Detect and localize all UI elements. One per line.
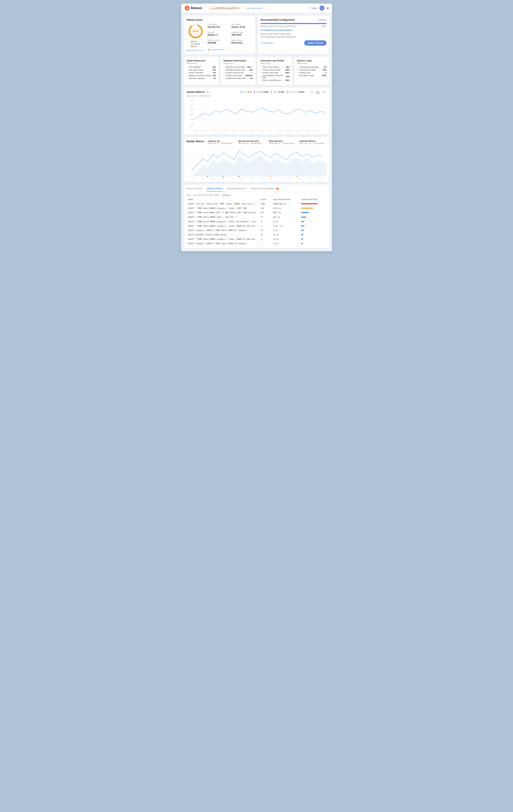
load-cell [300,237,326,241]
count-cell: 3 [260,220,272,224]
svg-text:4: 4 [189,164,190,166]
iops-value: 0.3/0.5 [298,91,304,93]
svg-point-34 [296,176,297,177]
query-analytics-table: Query Count ↕ Avg. Execution Time ↕ Load… [187,198,326,246]
query-cell: SELECT DISTINCT category FROM table1; [187,233,260,237]
x-label: 14:00 [213,130,216,132]
avg-label: Average [193,43,200,45]
time-filters: 1D 1W 1M [309,90,326,93]
table-row: SELECT * FROM table1 WHERE category = 'b… [187,220,326,224]
avg-time-cell: 3, ms [272,241,300,246]
add-server-button[interactable]: + Add new server [245,7,263,9]
tab-query-schema[interactable]: Query & Schema [187,187,203,192]
edit-icon[interactable]: ✎ [236,216,238,218]
col-load[interactable]: Load On Total Time ↓ [300,198,326,202]
version-label: Version [208,31,229,33]
list-item: ✓Memory Utilization75% [187,72,216,74]
swap-label: Swap [273,91,277,93]
divider: | [205,6,206,10]
col-count[interactable]: Count ↕ [260,198,272,202]
memory-value: 2048 MB [208,41,216,44]
collapse-icon[interactable]: ∧ [207,90,209,93]
load-cell [300,210,326,215]
ram-label: RAM [256,91,260,93]
swap-chip: Swap 12 GB [271,91,284,93]
list-item: ✓Table Locking Efficiency100% [260,79,290,81]
count-cell: 557 [260,210,272,215]
chevron-down-icon: ▾ [238,7,239,9]
col-avg-time[interactable]: Avg. Execution Time ↕ [272,198,300,202]
score-card-title: Releem Score [187,19,252,21]
x-label: 19:30 [318,178,321,179]
last-updated-time: 11:00 [214,194,219,196]
tab-schema-recommendations[interactable]: Schema Recomendations 3 [251,187,279,192]
ram-value: 4 / 8 GB [261,91,268,93]
instance-label: Instance type [232,31,252,33]
security-label: Security Check ↗ [211,49,226,51]
list-item: ✓Thread Cache Ratio100% [260,72,290,74]
query-column-header: Query [187,194,191,196]
x-label: 16:00 [250,130,253,132]
cpu-bar-indicator [241,91,241,93]
shield-icon: 🔒 [208,49,210,51]
help-button[interactable]: ? Help [310,7,317,9]
unapplied-text: 10 Unapplied recommendations [261,29,326,31]
logo-icon [185,6,189,10]
apply-restart-button[interactable]: Apply & Restart [304,40,326,46]
load-cell [300,206,326,210]
analyzing-pct: 100% [321,25,326,27]
memory-label: Memory Limit [208,39,229,41]
query-cell: SELECT category, COUNT(*) FROM table1 GR… [187,241,260,246]
avatar[interactable]: U [320,6,324,10]
cloud-icon: ☁ [210,7,213,9]
swap-value: 12 GB [278,91,284,93]
count-cell: 7 [260,241,272,246]
best-label: Best [193,40,197,42]
list-item: ✓Table Definition Cache Hit Rate83% [260,75,290,79]
filter-1d[interactable]: 1D [309,90,314,93]
db-performance-card: Database Performance Health status ✓MyIS… [221,57,256,85]
agent-value: Monitoring [232,41,242,44]
query-cell: SELECT * FROM table1 WHERE category = 'b… [187,206,260,210]
week-avg-text: Week avg: 10 | -10% last week [187,95,326,97]
server-selector[interactable]: ☁ sv1622669.mysql.RDS ▾ [209,6,241,10]
memory-item: Memory Limit 2048 MB [208,39,229,46]
load-bar [301,225,325,226]
filter-1m[interactable]: 1M [322,90,326,93]
svg-text:3: 3 [189,170,190,171]
list-item: ✓MyISAM Cache Hit Rate100%ℹ [223,66,253,68]
instance-item: Instance type AWS RDS [232,31,252,38]
filter-1w[interactable]: 1W [315,90,320,93]
load-data-button[interactable]: Load Data [222,194,230,196]
donut-chart: 83% [188,23,204,39]
tab-query-analytics[interactable]: Query Analytics [207,187,223,192]
score-details: IP Address 192.168.1.54 OS version Ubunt… [208,23,252,52]
list-item: ✓Disk Space Usage74% [187,69,216,71]
cpu-value: 2 / 4 [247,91,251,93]
load-bar [301,216,325,218]
analyzing-text: Analyzing metrics to improve performance… [261,25,326,27]
main-content: Releem Score 83% [181,13,332,251]
header: Releem | ☁ sv1622669.mysql.RDS ▾ + Add n… [181,3,332,13]
settings-link[interactable]: | Settings [318,19,326,21]
about-releem-link[interactable]: About Releem Score ↗ [187,50,205,52]
iops-bar-indicator [287,91,287,93]
security-check-button[interactable]: 🔒 Security Check ↗ [208,48,229,52]
load-cell [300,228,326,233]
metrics-chips: CPU 2 / 4 RAM 4 / 8 GB Swap 12 GB [241,91,304,93]
x-label: 18:30 [299,178,302,179]
header-right: ? Help U ▾ [310,6,329,10]
rec-header: Recommended Configuration | Settings [261,19,326,21]
load-cell [300,220,326,224]
slow-label: Slow Queries ℹ [269,140,296,142]
aborted-sub: Week avg: 104 ↑ +1% last week [299,142,326,144]
svg-point-33 [270,176,271,177]
config-link[interactable]: Configuration ↗ [261,42,275,44]
list-item: ✓InnoDB Dirty Pages Ratio0% [223,78,253,79]
tab-query-optimization[interactable]: Query Optimization ℹ [227,187,246,192]
agent-item: Agent Status Monitoring [232,39,252,46]
system-resources-card: System Resources Health status ✓CPU Util… [184,57,219,85]
load-bar [301,208,325,209]
load-bar [301,238,325,240]
load-cell [300,241,326,246]
